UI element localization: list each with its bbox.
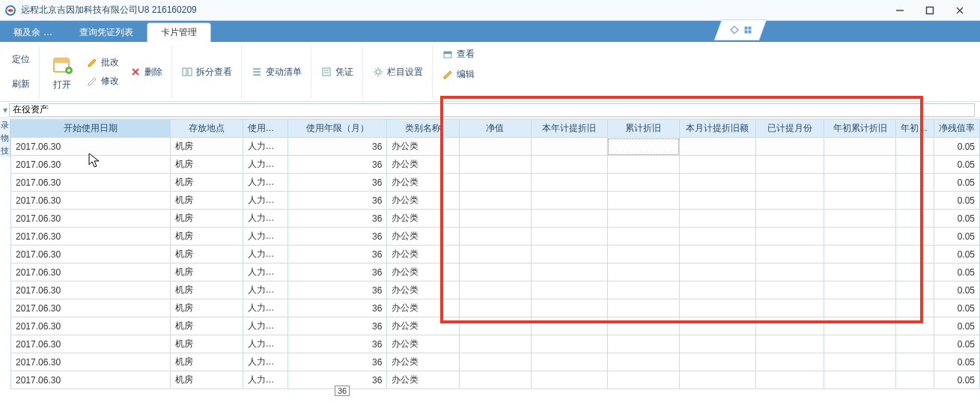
- cell-accumDepr[interactable]: [607, 246, 679, 264]
- cell-dept[interactable]: 人力行…: [243, 156, 288, 174]
- cell-yearStartOrig[interactable]: [896, 174, 934, 192]
- cell-yearStartOrig[interactable]: [896, 210, 934, 228]
- column-setting-button[interactable]: 栏目设置: [369, 64, 426, 80]
- cell-deprMonths[interactable]: [755, 228, 824, 246]
- cell-startDate[interactable]: 2017.06.30: [11, 228, 171, 246]
- cell-dept[interactable]: 人力行…: [243, 228, 288, 246]
- cell-deprMonths[interactable]: [755, 156, 824, 174]
- cell-yearStartAccum[interactable]: [824, 317, 895, 335]
- cell-deprMonths[interactable]: [755, 264, 824, 281]
- cell-yearStartOrig[interactable]: [896, 317, 934, 335]
- cell-startDate[interactable]: 2017.06.30: [11, 192, 171, 210]
- cell-dept[interactable]: 人力行…: [243, 299, 288, 317]
- cell-dept[interactable]: 人力行…: [243, 246, 288, 264]
- cell-yearStartOrig[interactable]: [896, 299, 934, 317]
- cell-yearStartAccum[interactable]: [824, 246, 895, 264]
- cell-dept[interactable]: 人力行…: [243, 281, 288, 299]
- table-row[interactable]: 2017.06.30机房人力行…36办公类0.05: [11, 281, 980, 299]
- cell-netValue[interactable]: [459, 281, 531, 299]
- cell-yearStartAccum[interactable]: [824, 192, 895, 210]
- close-button[interactable]: [952, 3, 968, 18]
- cell-yearStartAccum[interactable]: [824, 371, 895, 389]
- cell-salvageRate[interactable]: 0.05: [934, 156, 980, 174]
- cell-startDate[interactable]: 2017.06.30: [11, 138, 171, 156]
- cell-salvageRate[interactable]: 0.05: [934, 281, 980, 299]
- cell-salvageRate[interactable]: 0.05: [934, 317, 980, 335]
- cell-startDate[interactable]: 2017.06.30: [11, 353, 171, 371]
- cell-netValue[interactable]: [459, 371, 531, 389]
- view-button[interactable]: 查看: [439, 46, 478, 62]
- cell-accumDepr[interactable]: [607, 228, 679, 246]
- tab-balance[interactable]: 额及余…: [0, 22, 66, 42]
- cell-accumDepr[interactable]: [607, 156, 679, 174]
- minimize-button[interactable]: [892, 3, 908, 18]
- cell-startDate[interactable]: 2017.06.30: [11, 281, 171, 299]
- cell-location[interactable]: 机房: [171, 335, 243, 353]
- cell-startDate[interactable]: 2017.06.30: [11, 210, 171, 228]
- table-row[interactable]: 2017.06.30机房人力行…36办公类0.05: [11, 138, 980, 156]
- cell-yearStartOrig[interactable]: [896, 138, 934, 156]
- cell-monthDepr[interactable]: [680, 281, 755, 299]
- cell-dept[interactable]: 人力行…: [243, 317, 288, 335]
- column-header-lifeMonths[interactable]: 使用年限（月）: [288, 120, 387, 138]
- filter-input[interactable]: [9, 103, 975, 117]
- cell-yearStartOrig[interactable]: [896, 371, 934, 389]
- side-tabs[interactable]: 录 物 技: [0, 119, 10, 157]
- modify-button[interactable]: 修改: [83, 73, 122, 89]
- cell-monthDepr[interactable]: [680, 353, 755, 371]
- side-tab-3[interactable]: 技: [0, 144, 10, 157]
- cell-dept[interactable]: 人力行…: [243, 335, 288, 353]
- maximize-button[interactable]: [922, 3, 938, 18]
- voucher-button[interactable]: 凭证: [317, 64, 356, 80]
- cell-accumDepr[interactable]: [607, 353, 679, 371]
- cell-accumDepr[interactable]: [607, 281, 679, 299]
- table-row[interactable]: 2017.06.30机房人力行…36办公类0.05: [11, 210, 980, 228]
- column-header-yearStartOrig[interactable]: 年初原值: [896, 120, 934, 138]
- cell-yearDepr[interactable]: [532, 335, 607, 353]
- table-row[interactable]: 2017.06.30机房人力行…36办公类0.05: [11, 156, 980, 174]
- cell-dept[interactable]: 人力行…: [243, 371, 288, 389]
- cell-dept[interactable]: 人力行…: [243, 174, 288, 192]
- cell-netValue[interactable]: [459, 246, 531, 264]
- cell-netValue[interactable]: [459, 335, 531, 353]
- open-button[interactable]: 打开: [46, 52, 79, 93]
- cell-category[interactable]: 办公类: [387, 264, 459, 281]
- cell-yearStartAccum[interactable]: [824, 264, 895, 281]
- table-row[interactable]: 2017.06.30机房人力行…36办公类0.05: [11, 228, 980, 246]
- edit-button[interactable]: 编辑: [439, 67, 478, 82]
- cell-deprMonths[interactable]: [755, 371, 824, 389]
- cell-yearDepr[interactable]: [532, 210, 607, 228]
- cell-category[interactable]: 办公类: [387, 192, 459, 210]
- cell-yearStartOrig[interactable]: [896, 281, 934, 299]
- cell-location[interactable]: 机房: [171, 156, 243, 174]
- cell-yearStartAccum[interactable]: [824, 174, 895, 192]
- cell-location[interactable]: 机房: [171, 138, 243, 156]
- data-grid[interactable]: 开始使用日期存放地点使用部门使用年限（月）类别名称净值本年计提折旧累计折旧本月计…: [10, 119, 980, 408]
- column-header-category[interactable]: 类别名称: [387, 120, 459, 138]
- cell-yearDepr[interactable]: [532, 174, 607, 192]
- filter-dropdown-icon[interactable]: ▾: [1, 105, 9, 115]
- cell-yearDepr[interactable]: [532, 192, 607, 210]
- cell-lifeMonths[interactable]: 36: [288, 335, 387, 353]
- cell-deprMonths[interactable]: [755, 174, 824, 192]
- cell-startDate[interactable]: 2017.06.30: [11, 264, 171, 281]
- cell-deprMonths[interactable]: [755, 246, 824, 264]
- column-header-dept[interactable]: 使用部门: [243, 120, 288, 138]
- cell-monthDepr[interactable]: [680, 174, 755, 192]
- cell-netValue[interactable]: [459, 174, 531, 192]
- cell-accumDepr[interactable]: [607, 138, 679, 156]
- cell-yearStartOrig[interactable]: [896, 353, 934, 371]
- cell-yearDepr[interactable]: [532, 156, 607, 174]
- cell-startDate[interactable]: 2017.06.30: [11, 299, 171, 317]
- delete-button[interactable]: 删除: [127, 64, 165, 80]
- cell-yearStartAccum[interactable]: [824, 299, 895, 317]
- cell-monthDepr[interactable]: [680, 264, 755, 281]
- cell-location[interactable]: 机房: [171, 174, 243, 192]
- cell-salvageRate[interactable]: 0.05: [934, 192, 980, 210]
- tab-card-manage[interactable]: 卡片管理 ×: [147, 22, 211, 42]
- cell-yearStartAccum[interactable]: [824, 281, 895, 299]
- column-header-deprMonths[interactable]: 已计提月份: [755, 120, 824, 138]
- column-header-yearDepr[interactable]: 本年计提折旧: [532, 120, 607, 138]
- cell-lifeMonths[interactable]: 36: [288, 228, 387, 246]
- table-row[interactable]: 2017.06.30机房人力行…36办公类0.05: [11, 317, 980, 335]
